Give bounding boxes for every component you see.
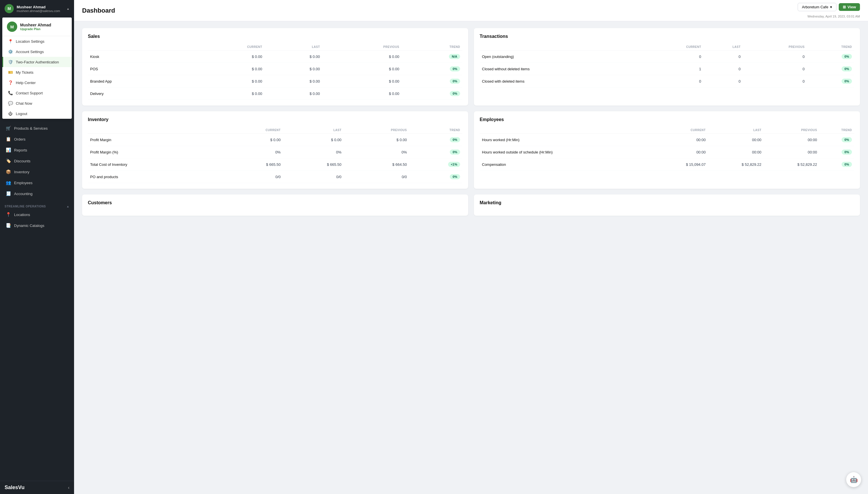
row-label: Closed with deleted items: [480, 75, 642, 88]
emp-col-trend: TREND: [819, 127, 854, 134]
sidebar-item-products[interactable]: 🛒 Products & Services: [0, 123, 74, 134]
table-row: Closed with deleted items 0 0 0 0%: [480, 75, 854, 88]
dropdown-item-chat-now[interactable]: 💬 Chat Now: [2, 98, 72, 109]
row-trend: 0%: [402, 88, 462, 100]
dropdown-item-contact-support[interactable]: 📞 Contact Support: [2, 88, 72, 98]
sidebar-collapse-button[interactable]: ‹: [68, 485, 70, 490]
inv-col-label: [88, 127, 220, 134]
sales-card: Sales CURRENT LAST PREVIOUS TREND Kiosk …: [82, 28, 468, 106]
dropdown-item-location-settings[interactable]: 📍 Location Settings: [2, 36, 72, 46]
employees-card: Employees CURRENT LAST PREVIOUS TREND Ho…: [474, 111, 860, 189]
row-last: 00:00: [708, 146, 763, 158]
dropdown-username: Musheer Ahmad: [20, 23, 51, 27]
row-trend: 0%: [819, 158, 854, 171]
inv-col-current: CURRENT: [220, 127, 283, 134]
gear-icon: ⚙️: [8, 49, 13, 54]
location-settings-icon: 📍: [8, 39, 13, 44]
row-trend: 0%: [819, 146, 854, 158]
sidebar-item-dynamic-catalogs[interactable]: 📑 Dynamic Catalogs: [0, 220, 74, 231]
row-previous: 00:00: [764, 134, 819, 146]
dropdown-item-my-tickets[interactable]: 🎫 My Tickets: [2, 67, 72, 77]
table-row: Hours worked outside of schedule (Hr:Min…: [480, 146, 854, 158]
row-previous: 0%: [344, 146, 409, 158]
row-label: Total Cost of Inventory: [88, 158, 220, 171]
dropdown-item-account-settings[interactable]: ⚙️ Account Settings: [2, 46, 72, 57]
table-row: Total Cost of Inventory $ 665.50 $ 665.5…: [88, 158, 462, 171]
row-current: $ 665.50: [220, 158, 283, 171]
sidebar-item-discounts[interactable]: 🏷️ Discounts: [0, 155, 74, 166]
table-row: Kiosk $ 0.00 $ 0.00 $ 0.00 N/A: [88, 51, 462, 63]
sidebar-item-locations[interactable]: 📍 Locations: [0, 209, 74, 220]
shield-icon: 🛡️: [8, 60, 13, 64]
row-last: 00:00: [708, 134, 763, 146]
dropdown-upgrade-label[interactable]: Upgrade Plan: [20, 27, 51, 31]
inventory-table: CURRENT LAST PREVIOUS TREND Profit Margi…: [88, 127, 462, 183]
row-last: $ 0.00: [264, 63, 322, 75]
row-current: 1: [642, 63, 703, 75]
sidebar-operations-nav: STREAMLINE OPERATIONS ▲ 📍 Locations 📑 Dy…: [0, 201, 74, 233]
row-last: 0: [703, 51, 743, 63]
topbar: Dashboard Arboretum Cafe ▾ ⊞ View Wednes…: [74, 0, 868, 21]
location-selector[interactable]: Arboretum Cafe ▾: [798, 3, 836, 11]
row-label: POS: [88, 63, 189, 75]
dropdown-item-help-center[interactable]: ❓ Help Center: [2, 77, 72, 88]
row-trend: 0%: [402, 75, 462, 88]
brand-logo: SalesVu: [5, 484, 24, 491]
sales-col-previous: PREVIOUS: [322, 44, 402, 51]
main-content: Dashboard Arboretum Cafe ▾ ⊞ View Wednes…: [74, 0, 868, 494]
topbar-date: Wednesday, April 19, 2023, 03:01 AM: [808, 15, 860, 18]
view-button[interactable]: ⊞ View: [839, 3, 860, 11]
row-previous: $ 0.00: [322, 88, 402, 100]
tx-col-last: LAST: [703, 44, 743, 51]
sidebar-item-inventory[interactable]: 📦 Inventory: [0, 166, 74, 177]
topbar-actions: Arboretum Cafe ▾ ⊞ View: [798, 3, 860, 11]
row-previous: $ 0.00: [322, 63, 402, 75]
location-label: Arboretum Cafe: [802, 5, 828, 9]
page-title: Dashboard: [82, 7, 115, 14]
row-trend: 0%: [409, 171, 462, 183]
sidebar-main-nav: 🛒 Products & Services 📋 Orders 📊 Reports…: [0, 121, 74, 201]
row-last: $ 0.00: [264, 51, 322, 63]
products-icon: 🛒: [5, 126, 11, 131]
sidebar-footer: SalesVu ‹: [0, 481, 74, 494]
row-label: Kiosk: [88, 51, 189, 63]
inventory-icon: 📦: [5, 169, 11, 174]
sidebar-item-accounting[interactable]: 🧾 Accounting: [0, 188, 74, 199]
help-icon: ❓: [8, 80, 13, 85]
sidebar-username: Musheer Ahmad: [17, 5, 60, 9]
row-previous: 0/0: [344, 171, 409, 183]
sales-col-label: [88, 44, 189, 51]
row-last: $ 52,829.22: [708, 158, 763, 171]
row-last: $ 0.00: [264, 75, 322, 88]
dashboard-grid: Sales CURRENT LAST PREVIOUS TREND Kiosk …: [82, 28, 860, 216]
logout-icon: ⏻: [8, 111, 13, 116]
row-last: 0: [703, 75, 743, 88]
table-row: Profit Margin $ 0.00 $ 0.00 $ 0.00 0%: [88, 134, 462, 146]
row-last: 0: [703, 63, 743, 75]
transactions-table: CURRENT LAST PREVIOUS TREND Open (outsta…: [480, 44, 854, 88]
marketing-card-title: Marketing: [480, 200, 854, 205]
row-current: 0%: [220, 146, 283, 158]
ticket-icon: 🎫: [8, 70, 13, 75]
customers-card-title: Customers: [88, 200, 462, 205]
avatar: M: [5, 4, 14, 13]
sidebar-email: musheer.ahmad@salesvu.com: [17, 9, 60, 13]
sidebar-user-header[interactable]: M Musheer Ahmad musheer.ahmad@salesvu.co…: [0, 0, 74, 18]
dropdown-avatar: M: [7, 21, 17, 32]
sidebar-item-orders[interactable]: 📋 Orders: [0, 134, 74, 145]
sidebar-item-employees[interactable]: 👥 Employees: [0, 177, 74, 188]
row-current: $ 0.00: [220, 134, 283, 146]
discounts-icon: 🏷️: [5, 158, 11, 164]
row-label: Profit Margin (%): [88, 146, 220, 158]
chatbot-fab[interactable]: 🤖: [846, 472, 861, 487]
employees-icon: 👥: [5, 180, 11, 185]
row-last: $ 0.00: [283, 134, 344, 146]
row-label: Hours worked (Hr:Min): [480, 134, 652, 146]
tx-col-previous: PREVIOUS: [743, 44, 807, 51]
employees-table: CURRENT LAST PREVIOUS TREND Hours worked…: [480, 127, 854, 171]
dropdown-item-logout[interactable]: ⏻ Logout: [2, 109, 72, 119]
inventory-card: Inventory CURRENT LAST PREVIOUS TREND Pr…: [82, 111, 468, 189]
sidebar-item-reports[interactable]: 📊 Reports: [0, 145, 74, 155]
dropdown-item-two-factor[interactable]: 🛡️ Two-Factor Authentication: [2, 57, 72, 67]
emp-col-previous: PREVIOUS: [764, 127, 819, 134]
